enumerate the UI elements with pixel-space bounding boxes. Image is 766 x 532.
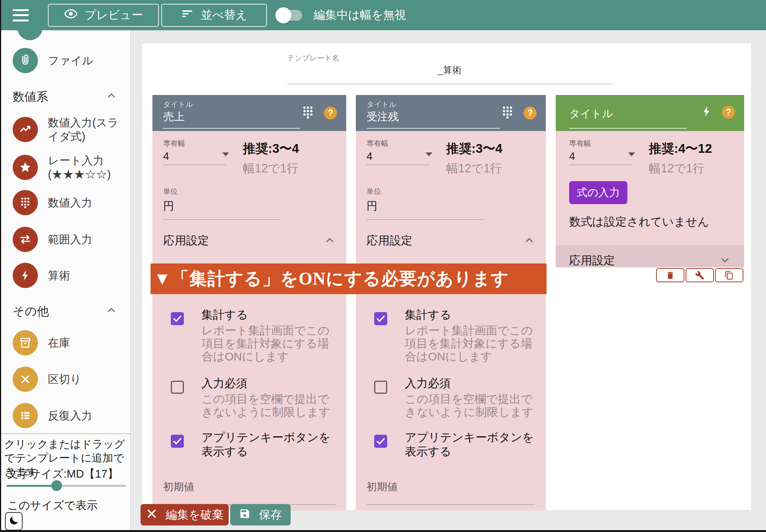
- sidebar-item-slider-input[interactable]: 数値入力(スライダ式): [13, 116, 128, 143]
- chevron-up-icon[interactable]: [106, 304, 117, 318]
- required-checkbox[interactable]: [171, 381, 184, 394]
- chevron-up-icon: [324, 234, 336, 247]
- save-button[interactable]: 保存: [230, 504, 291, 525]
- width-select-label: 専有幅: [367, 139, 439, 149]
- aggregate-label: 集計する: [405, 308, 538, 322]
- lightning-icon: [13, 263, 38, 288]
- width-select[interactable]: 専有幅 4: [367, 139, 439, 177]
- tenkey-option: アプリテンキーボタンを表示する: [171, 430, 339, 458]
- duplicate-button[interactable]: [715, 268, 743, 282]
- initial-value-label: 初期値: [163, 480, 336, 494]
- tenkey-checkbox[interactable]: [171, 435, 184, 448]
- help-icon[interactable]: ?: [324, 106, 337, 119]
- sidebar-item-range-input[interactable]: 範囲入力: [13, 227, 128, 252]
- slider-thumb[interactable]: [51, 480, 62, 491]
- title-input[interactable]: 受注残: [367, 110, 399, 124]
- list-icon: [13, 403, 38, 428]
- tenkey-label: アプリテンキーボタンを表示する: [201, 430, 339, 458]
- lightning-icon[interactable]: [701, 105, 713, 119]
- sidebar-item-label: ファイル: [48, 54, 128, 67]
- help-icon[interactable]: ?: [524, 106, 537, 119]
- chevron-up-icon[interactable]: [106, 90, 117, 103]
- sidebar-section-other[interactable]: その他: [13, 303, 49, 319]
- advanced-settings-label: 応用設定: [367, 233, 412, 249]
- required-option: 入力必須 この項目を空欄で提出できないように制限します: [171, 376, 339, 419]
- unit-label: 単位: [367, 187, 484, 196]
- aggregate-checkbox[interactable]: [374, 312, 387, 325]
- aggregate-checkbox[interactable]: [171, 312, 184, 325]
- tenkey-option: アプリテンキーボタンを表示する: [374, 430, 538, 458]
- template-name-input[interactable]: _算術: [287, 64, 612, 76]
- title-label: タイトル: [163, 100, 193, 110]
- formula-input-button[interactable]: 式の入力: [569, 181, 627, 204]
- sidebar-item-stock[interactable]: 在庫: [13, 330, 128, 355]
- unit-label: 単位: [163, 187, 281, 196]
- title-input[interactable]: 売上: [163, 110, 185, 124]
- sidebar-item-rate-input[interactable]: レート入力(★★★☆☆): [13, 154, 128, 181]
- top-toolbar: プレビュー 並べ替え 編集中は幅を無視: [1, 0, 766, 30]
- dialpad-icon[interactable]: [501, 105, 514, 121]
- trash-icon: [666, 271, 675, 280]
- advanced-settings-toggle[interactable]: 応用設定: [163, 233, 336, 249]
- ignore-width-toggle-label: 編集中は幅を無視: [314, 7, 406, 23]
- recommended-width: 推奨:4〜12: [649, 140, 712, 157]
- advanced-settings-toggle[interactable]: 応用設定: [367, 233, 535, 249]
- font-size-slider[interactable]: [7, 480, 126, 491]
- sidebar-item-separator[interactable]: 区切り: [13, 367, 128, 392]
- settings-button[interactable]: [686, 268, 714, 282]
- sort-button-label: 並べ替え: [201, 7, 247, 23]
- check-icon: [375, 436, 386, 447]
- sidebar-item-repeat-input[interactable]: 反復入力: [13, 403, 128, 428]
- recommended-width: 推奨:3〜4: [446, 140, 502, 157]
- help-icon[interactable]: ?: [722, 106, 735, 119]
- width-hint: 幅12で1行: [446, 160, 502, 177]
- preview-button[interactable]: プレビュー: [48, 4, 159, 27]
- trending-up-icon: [13, 117, 38, 142]
- recommended-width: 推奨:3〜4: [243, 140, 299, 157]
- delete-button[interactable]: [656, 268, 684, 282]
- title-label: タイトル: [367, 100, 396, 110]
- dropdown-arrow-icon: [628, 152, 635, 156]
- width-select-label: 専有幅: [163, 139, 236, 149]
- discard-edits-label: 編集を破棄: [166, 507, 224, 523]
- sidebar-item-label: 範囲入力: [48, 232, 128, 246]
- unit-input[interactable]: 円: [163, 199, 281, 220]
- eye-icon: [64, 7, 78, 23]
- aggregate-description: レポート集計画面でこの項目を集計対象にする場合はONにします: [201, 324, 339, 363]
- width-select[interactable]: 専有幅 4: [569, 139, 642, 177]
- discard-edits-button[interactable]: 編集を破棄: [141, 504, 229, 525]
- save-label: 保存: [259, 507, 282, 523]
- sidebar-item-label: 算術: [48, 268, 128, 282]
- width-select[interactable]: 専有幅 4: [163, 139, 236, 177]
- field-card-sales: タイトル 売上 ? 専有幅 4 推奨:3〜4 幅12で1行: [152, 95, 346, 511]
- aggregate-option: 集計する レポート集計画面でこの項目を集計対象にする場合はONにします: [374, 308, 538, 363]
- component-sidebar: ファイル 数値系 数値入力(スライダ式) レート入力(★★★☆☆) 数値入力: [1, 30, 131, 532]
- advanced-settings-toggle[interactable]: 応用設定: [556, 245, 744, 267]
- sidebar-section-numeric[interactable]: 数値系: [13, 89, 48, 105]
- dark-mode-button[interactable]: [5, 512, 23, 530]
- sidebar-item-numeric-input[interactable]: 数値入力: [13, 190, 128, 215]
- title-input[interactable]: タイトル: [569, 106, 613, 121]
- copy-icon: [725, 271, 734, 280]
- width-select-value: 4: [569, 150, 632, 165]
- required-checkbox[interactable]: [374, 381, 387, 394]
- width-hint: 幅12で1行: [243, 160, 299, 177]
- chevron-up-icon: [524, 234, 535, 247]
- size-display-label: このサイズで表示: [7, 498, 98, 513]
- paperclip-icon: [13, 48, 38, 73]
- chevron-down-icon: [719, 254, 731, 267]
- unit-field[interactable]: 単位 円: [163, 187, 281, 220]
- field-card-backlog: タイトル 受注残 ? 専有幅 4 推奨:3〜4 幅12で1行: [356, 95, 546, 511]
- dialpad-icon[interactable]: [301, 105, 315, 121]
- card-action-buttons: [656, 268, 743, 282]
- menu-icon[interactable]: [13, 9, 29, 21]
- unit-input[interactable]: 円: [367, 199, 484, 220]
- check-icon: [172, 436, 183, 447]
- sidebar-item-file[interactable]: ファイル: [13, 48, 128, 73]
- initial-value-input[interactable]: [367, 504, 535, 505]
- unit-field[interactable]: 単位 円: [367, 187, 484, 220]
- sort-button[interactable]: 並べ替え: [161, 4, 267, 27]
- tenkey-checkbox[interactable]: [374, 435, 387, 448]
- ignore-width-toggle[interactable]: [277, 7, 303, 23]
- sidebar-item-arithmetic[interactable]: 算術: [13, 263, 128, 288]
